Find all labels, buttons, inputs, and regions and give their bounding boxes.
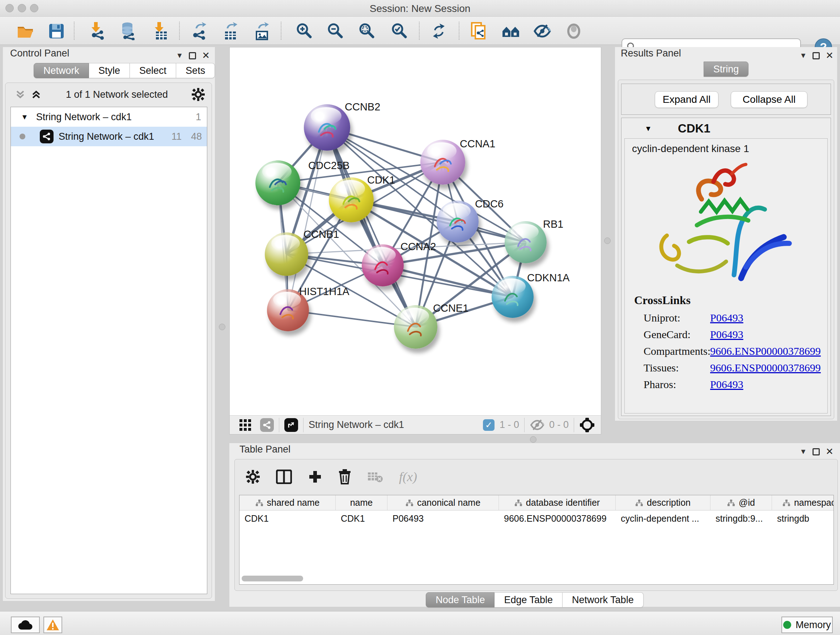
network-node-cdc6[interactable] — [437, 201, 478, 242]
import-table-button[interactable] — [151, 21, 172, 41]
table-cell[interactable]: 9606.ENSP00000378699 — [499, 510, 616, 526]
expand-all-button[interactable]: Expand All — [655, 91, 718, 108]
presentation-mode-button[interactable] — [564, 21, 584, 41]
node-structure-thumbnail — [264, 172, 291, 198]
zoom-in-button[interactable] — [294, 21, 314, 41]
network-options-gear-icon[interactable] — [191, 88, 205, 101]
network-node-ccna1[interactable] — [420, 140, 465, 185]
network-share-badge-icon[interactable] — [260, 418, 274, 432]
edge-layer — [230, 48, 601, 415]
network-node-ccna2[interactable] — [362, 244, 404, 287]
tab-node-table[interactable]: Node Table — [426, 592, 494, 608]
horizontal-splitter-handle[interactable] — [530, 436, 537, 443]
network-name: String Network – cdk1 — [58, 131, 154, 142]
table-cell[interactable]: cyclin-dependent ... — [616, 510, 711, 526]
cloud-status-button[interactable] — [11, 616, 40, 633]
table-cell[interactable]: CDK1 — [240, 510, 336, 526]
column-header--id[interactable]: @id — [711, 495, 772, 510]
table-options-gear-icon[interactable] — [246, 470, 260, 484]
tab-select[interactable]: Select — [130, 63, 176, 78]
node-label-ccnb2: CCNB2 — [345, 101, 380, 113]
zoom-fit-button[interactable] — [356, 21, 377, 41]
selected-checkbox-icon[interactable]: ✓ — [483, 419, 494, 431]
birdseye-crosshair-icon[interactable] — [579, 417, 595, 433]
crosslink-link[interactable]: P06493 — [710, 378, 744, 391]
panel-float-icon[interactable] — [189, 52, 196, 59]
network-canvas[interactable]: CCNB2CCNA1CDC25BCDK1CDC6RB1CCNB1CCNA2CDK… — [230, 48, 601, 415]
network-node-ccnb1[interactable] — [265, 233, 308, 276]
tab-edge-table[interactable]: Edge Table — [494, 592, 562, 608]
zoom-selected-button[interactable] — [389, 21, 409, 41]
delete-table-icon[interactable] — [367, 470, 383, 483]
delete-column-trash-icon[interactable] — [338, 469, 351, 485]
open-session-button[interactable] — [15, 21, 35, 41]
column-header-namespace[interactable]: namespace — [772, 495, 834, 510]
crosslink-link[interactable]: 9606.ENSP00000378699 — [710, 345, 821, 357]
import-network-database-button[interactable] — [118, 21, 139, 41]
table-cell[interactable]: CDK1 — [336, 510, 387, 526]
protein-structure-image — [635, 160, 816, 290]
column-header-database-identifier[interactable]: database identifier — [499, 495, 616, 510]
refresh-view-button[interactable] — [429, 21, 449, 41]
memory-button[interactable]: Memory — [782, 616, 833, 633]
hide-glass-button[interactable] — [532, 21, 553, 41]
table-row[interactable]: CDK1CDK1P064939606.ENSP00000378699cyclin… — [240, 510, 834, 526]
hierarchy-icon — [515, 499, 523, 507]
clone-network-button[interactable] — [469, 21, 489, 41]
grid-view-icon[interactable] — [239, 419, 251, 431]
column-header-shared-name[interactable]: shared name — [240, 495, 336, 510]
save-session-button[interactable] — [46, 21, 66, 41]
horizontal-scrollbar[interactable] — [242, 576, 303, 581]
network-node-rb1[interactable] — [505, 221, 546, 263]
section-expander-icon[interactable]: ▼ — [645, 125, 652, 133]
column-header-description[interactable]: description — [616, 495, 711, 510]
crosslink-link[interactable]: P06493 — [710, 312, 744, 324]
network-collection-row[interactable]: ▼ String Network – cdk1 1 — [11, 107, 207, 127]
export-image-button[interactable] — [252, 21, 272, 41]
crosslink-link[interactable]: P06493 — [710, 328, 744, 340]
expand-all-chevron-icon[interactable] — [30, 89, 42, 100]
tab-style[interactable]: Style — [89, 63, 130, 78]
table-cell[interactable]: stringdb — [772, 510, 834, 526]
tab-network-table[interactable]: Network Table — [562, 592, 644, 608]
panel-float-icon[interactable] — [813, 448, 820, 455]
tab-string[interactable]: String — [704, 62, 749, 77]
column-header-canonical-name[interactable]: canonical name — [387, 495, 499, 510]
vertical-splitter-handle[interactable] — [219, 324, 225, 330]
column-header-name[interactable]: name — [336, 495, 387, 510]
tab-network[interactable]: Network — [34, 63, 89, 78]
network-node-ccne1[interactable] — [394, 305, 437, 348]
network-row[interactable]: String Network – cdk1 11 48 — [11, 127, 207, 146]
column-header-label: description — [647, 497, 691, 508]
table-cell[interactable]: P06493 — [387, 510, 499, 526]
export-table-button[interactable] — [220, 21, 240, 41]
crosslink-link[interactable]: 9606.ENSP00000378699 — [710, 362, 821, 374]
panel-close-icon[interactable]: ✕ — [826, 446, 834, 457]
panel-float-icon[interactable] — [813, 52, 820, 59]
function-builder-label[interactable]: f(x) — [399, 469, 417, 485]
open-in-window-icon[interactable] — [284, 418, 298, 432]
string-home-button[interactable] — [501, 21, 521, 41]
title-bar: Session: New Session — [0, 0, 840, 17]
node-label-cdkn1a: CDKN1A — [527, 272, 570, 284]
panel-menu-caret-icon[interactable]: ▼ — [176, 51, 183, 60]
network-node-ccnb2[interactable] — [304, 104, 350, 150]
warnings-button[interactable] — [43, 616, 62, 633]
collapse-all-chevron-icon[interactable] — [14, 89, 27, 100]
tab-sets[interactable]: Sets — [176, 63, 215, 78]
zoom-out-button[interactable] — [325, 21, 345, 41]
import-network-file-button[interactable] — [88, 21, 108, 41]
panel-close-icon[interactable]: ✕ — [826, 50, 834, 61]
panel-menu-caret-icon[interactable]: ▼ — [799, 51, 807, 60]
panel-close-icon[interactable]: ✕ — [202, 50, 210, 61]
add-column-plus-icon[interactable] — [308, 470, 322, 484]
gene-section-header[interactable]: ▼ CDK1 — [622, 120, 831, 137]
export-network-button[interactable] — [189, 21, 210, 41]
table-cell[interactable]: stringdb:9... — [711, 510, 772, 526]
tree-expander-icon[interactable]: ▼ — [21, 113, 28, 121]
vertical-splitter-handle[interactable] — [604, 238, 611, 244]
show-columns-icon[interactable] — [276, 470, 292, 484]
network-node-cdc25b[interactable] — [256, 160, 300, 205]
panel-menu-caret-icon[interactable]: ▼ — [799, 448, 807, 456]
collapse-all-button[interactable]: Collapse All — [731, 91, 807, 108]
